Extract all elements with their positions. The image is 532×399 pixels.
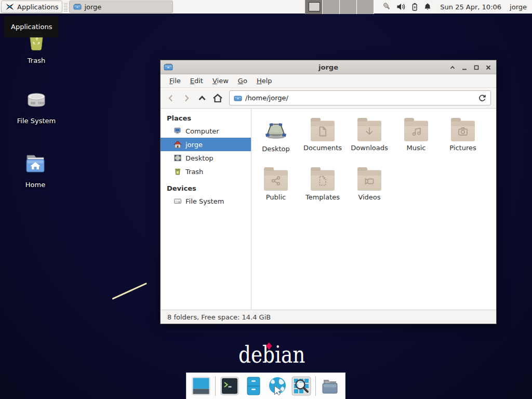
workspace-switcher xyxy=(305,0,374,14)
sidebar-header-places: Places xyxy=(161,112,251,124)
volume-icon[interactable] xyxy=(396,3,406,11)
folder-icon xyxy=(73,3,82,11)
panel-clock[interactable]: Sun 25 Apr, 10:06 xyxy=(440,3,501,11)
location-path[interactable]: /home/jorge/ xyxy=(245,94,475,102)
application-finder-icon[interactable] xyxy=(291,376,311,396)
applications-tooltip-text: Applications xyxy=(11,23,52,31)
up-button[interactable] xyxy=(195,91,209,105)
wallpaper-swoosh xyxy=(112,283,147,300)
sidebar-header-devices: Devices xyxy=(161,182,251,194)
input-device-icon[interactable] xyxy=(381,2,392,11)
desktop-icon xyxy=(174,154,182,162)
shade-button[interactable] xyxy=(446,61,458,73)
menu-help[interactable]: Help xyxy=(252,75,277,86)
folder-icon-documents xyxy=(311,121,335,141)
applications-menu-icon xyxy=(5,2,15,11)
menu-edit[interactable]: Edit xyxy=(185,75,208,86)
menubar: File Edit View Go Help xyxy=(161,74,496,88)
file-manager-window: jorge File Edit View Go Help xyxy=(160,60,497,324)
desktop: debian Applications jorge xyxy=(0,0,532,399)
forward-button[interactable] xyxy=(179,91,194,105)
drive-icon xyxy=(24,87,49,112)
close-button[interactable] xyxy=(482,61,494,73)
file-item-public[interactable]: Public xyxy=(252,167,299,205)
web-browser-icon[interactable] xyxy=(268,376,287,396)
dock-separator xyxy=(215,376,216,396)
show-desktop-icon[interactable] xyxy=(191,376,211,396)
desktop-icon-home[interactable]: Home xyxy=(10,151,60,189)
file-item-label: Downloads xyxy=(351,144,388,152)
system-tray xyxy=(381,2,432,11)
menu-view[interactable]: View xyxy=(208,75,233,86)
taskbar-grip[interactable] xyxy=(64,2,68,11)
desktop-surface-icon xyxy=(263,117,288,142)
maximize-button[interactable] xyxy=(470,61,482,73)
taskbar-window-label: jorge xyxy=(84,3,101,11)
sidebar-item-file-system[interactable]: File System xyxy=(161,194,251,208)
sidebar-item-label: Computer xyxy=(185,127,219,135)
folder-icon-music xyxy=(404,121,428,141)
workspace-window-preview xyxy=(309,2,320,11)
terminal-icon[interactable] xyxy=(220,376,240,396)
toolbar: /home/jorge/ xyxy=(161,88,496,109)
file-manager-icon[interactable] xyxy=(244,376,263,396)
statusbar-text: 8 folders, Free space: 14.4 GiB xyxy=(167,313,271,321)
notifications-bell-icon[interactable] xyxy=(423,3,432,11)
sidebar-item-computer[interactable]: Computer xyxy=(161,124,251,138)
sidebar: Places Computer xyxy=(161,109,251,310)
minimize-button[interactable] xyxy=(458,61,470,73)
sidebar-item-label: File System xyxy=(185,197,224,205)
trash-small-icon xyxy=(174,167,182,176)
workspace-3[interactable] xyxy=(340,0,357,14)
home-button[interactable] xyxy=(210,91,225,105)
sidebar-item-trash[interactable]: Trash xyxy=(161,165,251,178)
directory-menu-icon[interactable] xyxy=(320,376,340,396)
file-item-documents[interactable]: Documents xyxy=(299,117,346,156)
sidebar-item-label: Desktop xyxy=(185,154,214,162)
menu-go[interactable]: Go xyxy=(233,75,252,86)
desktop-icon-file-system[interactable]: File System xyxy=(11,87,61,125)
top-panel: Applications jorge xyxy=(0,0,532,14)
file-item-templates[interactable]: Templates xyxy=(299,167,346,205)
folder-icon-templates xyxy=(311,170,335,191)
applications-tooltip: Applications xyxy=(4,16,58,37)
file-item-music[interactable]: Music xyxy=(393,117,440,156)
file-item-pictures[interactable]: Pictures xyxy=(440,117,486,156)
workspace-4[interactable] xyxy=(357,0,374,14)
location-bar[interactable]: /home/jorge/ xyxy=(229,90,491,105)
reload-icon[interactable] xyxy=(478,94,486,102)
applications-menu-button[interactable]: Applications xyxy=(1,1,62,13)
file-item-label: Public xyxy=(266,193,286,201)
workspace-1[interactable] xyxy=(305,0,323,14)
computer-icon xyxy=(174,127,182,135)
taskbar-window-button[interactable]: jorge xyxy=(69,1,173,13)
sidebar-item-jorge[interactable]: jorge xyxy=(161,138,251,151)
file-item-downloads[interactable]: Downloads xyxy=(346,117,393,156)
desktop-icon-label: Home xyxy=(10,181,60,189)
home-icon xyxy=(174,140,182,149)
sidebar-item-desktop[interactable]: Desktop xyxy=(161,151,251,165)
file-item-label: Desktop xyxy=(262,145,290,153)
window-controls xyxy=(446,60,494,74)
applications-menu-label: Applications xyxy=(17,3,58,11)
sidebar-item-label: Trash xyxy=(185,168,203,176)
statusbar: 8 folders, Free space: 14.4 GiB xyxy=(161,310,496,324)
dock xyxy=(186,373,345,399)
workspace-2[interactable] xyxy=(323,0,340,14)
file-item-label: Pictures xyxy=(449,144,476,152)
file-item-label: Videos xyxy=(358,193,380,201)
file-item-desktop[interactable]: Desktop xyxy=(252,117,299,156)
dock-separator xyxy=(315,376,316,396)
home-folder-icon xyxy=(23,151,48,176)
back-button[interactable] xyxy=(164,91,178,105)
battery-charging-icon[interactable] xyxy=(410,3,419,11)
location-folder-icon xyxy=(234,94,242,102)
menu-file[interactable]: File xyxy=(165,75,185,86)
sidebar-item-label: jorge xyxy=(185,141,203,149)
desktop-icon-label: File System xyxy=(11,117,61,125)
panel-username[interactable]: jorge xyxy=(510,3,527,11)
folder-icon-downloads xyxy=(357,121,381,141)
titlebar[interactable]: jorge xyxy=(161,60,496,74)
file-item-videos[interactable]: Videos xyxy=(346,167,393,205)
folder-icon-videos xyxy=(357,170,381,191)
